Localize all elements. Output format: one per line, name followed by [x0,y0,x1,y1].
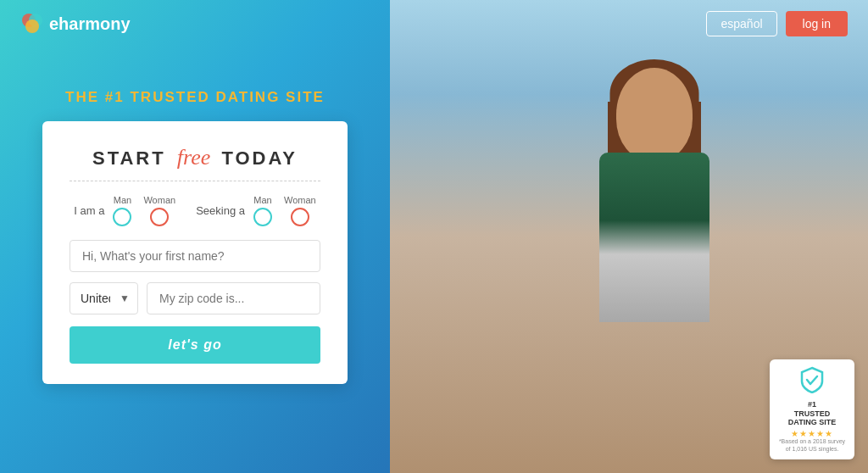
svg-point-2 [25,19,39,33]
logo-text: eharmony [49,14,131,34]
seeking-woman-option: Woman [284,195,316,226]
seeking-man-option: Man [253,195,272,226]
trust-badge-icon [778,366,846,398]
form-title: START free TODAY [70,145,320,170]
title-free: free [177,145,210,170]
form-divider [70,181,320,181]
header-right: español log in [706,11,848,36]
location-row: United States Canada United Kingdom Aust… [70,282,320,314]
title-start: START [92,147,166,169]
figure-head [616,68,693,161]
i-am-a-options: Man Woman [113,195,175,226]
seeking-woman-label: Woman [284,195,316,205]
i-am-a-group: I am a Man Woman [74,195,175,226]
login-button[interactable]: log in [786,11,848,36]
seeking-a-label: Seeking a [196,204,245,217]
logo-icon [20,12,44,36]
i-am-woman-label: Woman [143,195,175,205]
radio-section: I am a Man Woman [70,195,320,226]
main-layout: eharmony español log in THE #1 TRUSTED D… [0,0,868,473]
trust-badge-rank: #1 TRUSTED DATING SITE [778,400,846,427]
left-panel: THE #1 TRUSTED DATING SITE START free TO… [0,0,390,473]
figure-body [599,153,709,322]
tagline-prefix: THE [65,89,105,105]
title-end: TODAY [221,147,298,169]
tagline-suffix: TRUSTED DATING SITE [125,89,325,105]
photo-scene: #1 TRUSTED DATING SITE ★★★★★ *Based on a… [390,0,868,473]
tagline-number: #1 [105,89,125,105]
country-select-wrapper: United States Canada United Kingdom Aust… [70,282,138,314]
tagline: THE #1 TRUSTED DATING SITE [65,89,325,106]
trust-badge: #1 TRUSTED DATING SITE ★★★★★ *Based on a… [770,359,854,459]
submit-button[interactable]: let's go [70,326,320,364]
i-am-man-radio[interactable] [113,208,131,226]
i-am-a-row: Man Woman [113,195,175,226]
country-select[interactable]: United States Canada United Kingdom Aust… [70,282,138,314]
i-am-man-option: Man [113,195,131,226]
person-figure [527,17,782,458]
trust-badge-stars: ★★★★★ [778,429,846,438]
trust-badge-footnote: *Based on a 2018 survey of 1,016 US sing… [778,438,846,453]
first-name-input[interactable] [70,240,320,272]
form-card: START free TODAY I am a Man [42,121,348,384]
seeking-man-label: Man [253,195,271,205]
seeking-a-group: Seeking a Man Woman [196,195,316,226]
seeking-man-radio[interactable] [253,208,272,226]
seeking-woman-radio[interactable] [291,208,309,226]
i-am-woman-option: Woman [143,195,175,226]
zip-input[interactable] [147,282,320,314]
espanol-button[interactable]: español [706,11,776,36]
header: eharmony español log in [0,0,868,47]
i-am-man-label: Man [114,195,131,205]
i-am-a-label: I am a [74,204,104,217]
shield-check-icon [798,366,826,393]
seeking-a-row: Man Woman [253,195,316,226]
logo: eharmony [20,12,131,36]
right-panel: #1 TRUSTED DATING SITE ★★★★★ *Based on a… [390,0,868,473]
seeking-a-options: Man Woman [253,195,316,226]
i-am-woman-radio[interactable] [150,208,169,226]
